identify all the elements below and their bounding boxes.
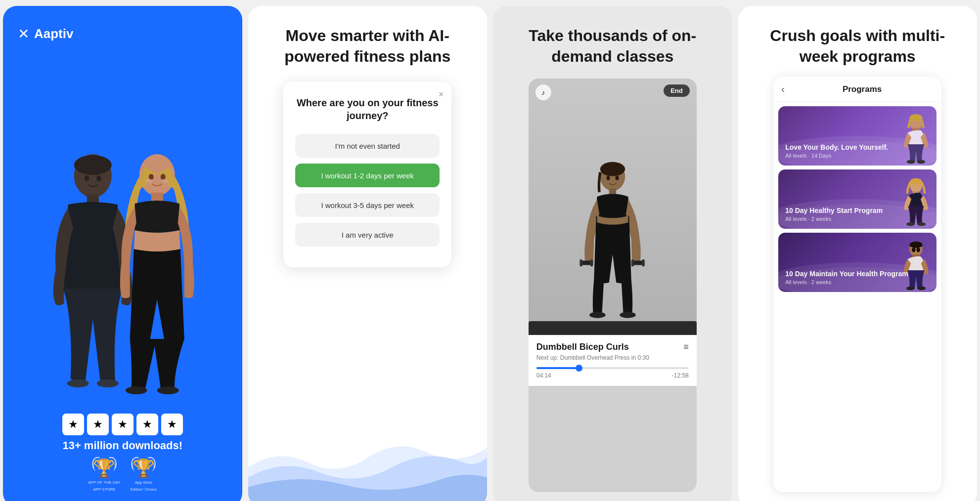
workout-screen: ♪ End	[529, 79, 697, 492]
award-badges: 🏆 APP OF THE DAY APP STORE 🏆	[88, 458, 157, 492]
svg-point-14	[162, 179, 169, 183]
card-bg-3: 10 Day Maintain Your Health Program All …	[778, 233, 936, 292]
option-1-2-days[interactable]: I workout 1-2 days per week	[295, 164, 440, 187]
wave-decoration	[248, 408, 488, 501]
card-bg-1: Love Your Body. Love Yourself. All level…	[778, 106, 936, 166]
svg-point-2	[67, 379, 89, 387]
programs-nav: ‹ Programs	[773, 77, 941, 102]
award-app-store-text: APP STORE	[93, 487, 116, 492]
svg-rect-22	[631, 259, 634, 266]
star-rating: ★ ★ ★ ★ ★	[62, 414, 183, 435]
svg-point-10	[157, 386, 179, 394]
logo-header: ✕ Aaptiv	[18, 26, 73, 42]
logo-text: Aaptiv	[34, 26, 73, 42]
logo-icon: ✕	[18, 26, 29, 42]
svg-point-25	[620, 312, 635, 318]
svg-point-24	[589, 312, 605, 318]
award-editors-choice: 🏆 App Store Editors' Choice	[131, 458, 157, 492]
panel-quiz: Move smarter with AI-powered fitness pla…	[248, 6, 488, 501]
svg-point-3	[97, 379, 119, 387]
time-display: 04:14 -12:58	[536, 372, 689, 379]
option-very-active[interactable]: I am very active	[295, 223, 440, 247]
award-app-of-day: 🏆 APP OF THE DAY APP STORE	[88, 458, 120, 492]
svg-point-31	[907, 160, 915, 164]
star-3: ★	[112, 414, 134, 435]
svg-point-36	[906, 222, 915, 226]
svg-point-6	[96, 175, 101, 181]
quiz-question: Where are you on your fitness journey?	[295, 96, 440, 122]
svg-point-43	[912, 248, 916, 252]
svg-point-34	[910, 178, 922, 185]
progress-dot	[576, 365, 582, 372]
exercise-info: Dumbbell Bicep Curls ≡ Next up: Dumbbell…	[529, 335, 697, 386]
award-choice-text: Editors' Choice	[131, 487, 157, 492]
next-exercise: Next up: Dumbbell Overhead Press in 0:30	[536, 354, 689, 361]
exercise-mat	[529, 321, 697, 335]
panel-4-title: Crush goals with multi-week programs	[753, 26, 963, 67]
progress-fill	[536, 367, 579, 369]
program-card-3[interactable]: 10 Day Maintain Your Health Program All …	[778, 233, 936, 292]
star-5: ★	[161, 414, 183, 435]
progress-bar	[536, 367, 689, 369]
option-3-5-days[interactable]: I workout 3-5 days per week	[295, 193, 440, 217]
downloads-count: 13+ million downloads!	[62, 439, 182, 452]
svg-point-26	[606, 176, 610, 180]
svg-point-13	[146, 179, 153, 183]
fitness-quiz-modal[interactable]: × Where are you on your fitness journey?…	[283, 82, 451, 267]
program-card-2[interactable]: 10 Day Healthy Start Program All levels …	[778, 169, 936, 229]
card-1-title: Love Your Body. Love Yourself.	[785, 143, 888, 152]
option-not-started[interactable]: I'm not even started	[295, 134, 440, 158]
panel-programs: Crush goals with multi-week programs ‹ P…	[738, 6, 978, 501]
svg-rect-19	[579, 259, 582, 266]
card-2-text: 10 Day Healthy Start Program All levels …	[785, 206, 883, 222]
bottom-info: ★ ★ ★ ★ ★ 13+ million downloads! 🏆 APP O…	[3, 414, 242, 492]
svg-point-16	[600, 162, 625, 176]
panel-3-title: Take thousands of on-demand classes	[508, 26, 717, 67]
svg-point-44	[917, 248, 921, 252]
exercise-name: Dumbbell Bicep Curls	[536, 342, 629, 352]
panel-branding: ✕ Aaptiv	[3, 6, 242, 501]
card-1-subtitle: All levels · 14 Days	[785, 153, 888, 159]
card-bg-2: 10 Day Healthy Start Program All levels …	[778, 169, 936, 229]
svg-point-32	[917, 160, 926, 164]
nav-title: Programs	[791, 84, 934, 94]
svg-point-5	[85, 175, 89, 181]
card-3-subtitle: All levels · 2 weeks	[785, 279, 908, 285]
svg-rect-20	[590, 259, 593, 266]
panel-2-title: Move smarter with AI-powered fitness pla…	[263, 26, 473, 67]
svg-point-37	[918, 222, 926, 226]
end-button[interactable]: End	[664, 84, 690, 97]
svg-point-4	[74, 155, 112, 175]
star-1: ★	[62, 414, 84, 435]
card-3-text: 10 Day Maintain Your Health Program All …	[785, 269, 908, 285]
programs-screen: ‹ Programs	[773, 77, 941, 492]
card-3-title: 10 Day Maintain Your Health Program	[785, 269, 908, 278]
list-icon[interactable]: ≡	[683, 342, 689, 352]
time-elapsed: 04:14	[536, 372, 551, 379]
svg-point-27	[615, 176, 619, 180]
card-2-subtitle: All levels · 2 weeks	[785, 216, 883, 222]
back-button[interactable]: ‹	[781, 84, 785, 95]
video-area: ♪ End	[529, 79, 697, 335]
svg-point-42	[918, 287, 926, 291]
music-icon: ♪	[535, 84, 551, 100]
svg-point-41	[906, 287, 915, 291]
card-1-text: Love Your Body. Love Yourself. All level…	[785, 143, 888, 159]
svg-rect-23	[642, 259, 644, 266]
time-remaining: -12:58	[672, 372, 689, 379]
program-card-1[interactable]: Love Your Body. Love Yourself. All level…	[778, 106, 936, 166]
svg-point-29	[910, 114, 923, 122]
card-2-title: 10 Day Healthy Start Program	[785, 206, 883, 215]
close-button[interactable]: ×	[439, 89, 444, 100]
panel-classes: Take thousands of on-demand classes ♪ En…	[493, 6, 732, 501]
star-4: ★	[136, 414, 158, 435]
star-2: ★	[87, 414, 109, 435]
svg-point-9	[126, 386, 147, 394]
hero-people	[3, 131, 242, 418]
svg-point-39	[910, 242, 923, 248]
